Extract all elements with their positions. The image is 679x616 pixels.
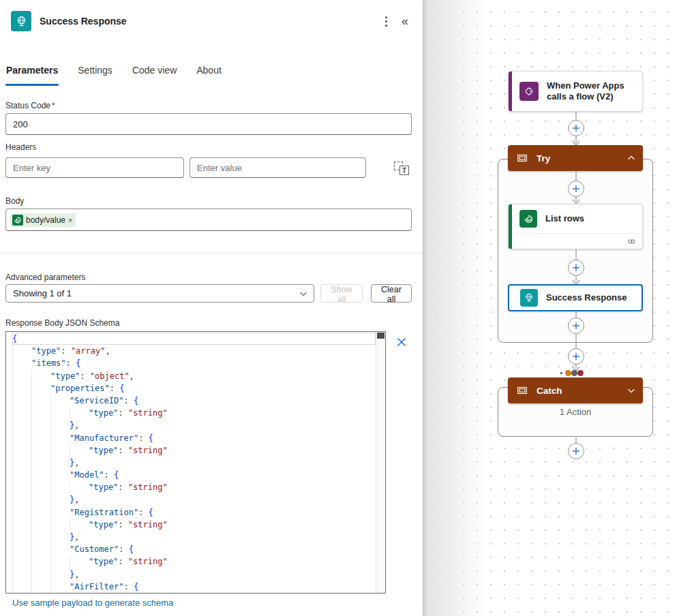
trigger-stripe — [509, 72, 512, 111]
code-line[interactable]: "properties": { — [12, 382, 376, 395]
body-value-token[interactable]: body/value × — [10, 213, 76, 227]
code-line[interactable]: "type": "string" — [12, 444, 376, 457]
switch-to-text-mode-button[interactable]: T — [394, 161, 409, 175]
connection-link-icon[interactable] — [627, 236, 637, 247]
code-line[interactable]: "type": "object", — [12, 370, 376, 382]
panel-tabs: Parameters Settings Code view About — [5, 60, 222, 80]
action-config-panel: Success Response « Parameters Settings C… — [0, 0, 423, 616]
insert-action-button[interactable] — [568, 348, 584, 365]
token-label: body/value — [26, 215, 65, 225]
trigger-node[interactable]: When Power Apps calls a flow (V2) — [508, 71, 643, 112]
insert-action-button[interactable] — [568, 443, 584, 459]
response-action-icon — [520, 289, 538, 307]
insert-action-button[interactable] — [568, 120, 584, 136]
run-after-dot-skipped — [571, 370, 577, 376]
body-label: Body — [5, 196, 24, 206]
insert-action-button[interactable] — [568, 260, 584, 276]
list-rows-node[interactable]: List rows — [508, 204, 643, 249]
chevron-down-icon[interactable] — [627, 386, 636, 395]
tab-parameters[interactable]: Parameters — [5, 60, 59, 80]
code-line[interactable]: "AirFilter": { — [12, 581, 376, 593]
editor-scrollbar-thumb[interactable] — [377, 333, 384, 339]
schema-editor[interactable]: {"type": "array","items": {"type": "obje… — [5, 331, 386, 594]
code-line[interactable]: "Customer": { — [12, 543, 376, 555]
remove-token-icon[interactable]: × — [68, 216, 72, 224]
code-line[interactable]: }, — [12, 568, 376, 581]
trigger-title: When Power Apps calls a flow (V2) — [547, 80, 631, 102]
panel-header: Success Response « — [11, 10, 414, 32]
code-line[interactable]: "ServiceID": { — [12, 395, 376, 407]
status-code-input[interactable] — [5, 113, 412, 135]
code-line[interactable]: }, — [12, 493, 376, 506]
list-rows-stripe — [509, 204, 512, 249]
success-response-title: Success Response — [546, 292, 627, 303]
chevron-down-icon — [299, 289, 308, 298]
insert-action-button[interactable] — [568, 318, 584, 334]
collapse-panel-button[interactable]: « — [395, 12, 414, 31]
schema-label: Response Body JSON Schema — [5, 318, 119, 328]
code-line[interactable]: "Manufacturer": { — [12, 432, 376, 444]
scope-icon — [516, 152, 528, 164]
double-chevron-left-icon: « — [402, 15, 408, 27]
editor-scrollbar[interactable] — [376, 332, 385, 593]
dataverse-icon — [12, 215, 23, 226]
response-action-icon — [11, 11, 31, 31]
header-value-input[interactable] — [190, 157, 366, 178]
code-line[interactable]: "type": "string" — [12, 481, 376, 493]
list-rows-title: List rows — [545, 213, 584, 224]
code-line[interactable]: "items": { — [12, 357, 376, 369]
code-line[interactable]: "type": "string" — [12, 555, 376, 568]
code-line[interactable]: "Model": { — [12, 469, 376, 481]
catch-scope-title: Catch — [537, 386, 627, 396]
tab-code-view[interactable]: Code view — [132, 60, 177, 80]
code-line[interactable]: { — [12, 333, 376, 345]
tab-settings[interactable]: Settings — [77, 60, 113, 80]
run-after-mini-dot — [560, 372, 562, 374]
section-divider — [0, 253, 423, 253]
advanced-parameters-label: Advanced parameters — [5, 273, 85, 282]
required-asterisk: * — [52, 101, 55, 110]
clear-all-button[interactable]: Clear all — [371, 284, 412, 303]
list-rows-subrow — [509, 233, 642, 249]
header-key-input[interactable] — [5, 157, 184, 178]
try-scope-header[interactable]: Try — [508, 145, 643, 171]
more-options-button[interactable] — [376, 12, 395, 31]
dropdown-value: Showing 1 of 1 — [13, 288, 72, 298]
run-after-status-dots — [560, 370, 584, 376]
globe-icon — [15, 15, 28, 28]
advanced-parameters-dropdown[interactable]: Showing 1 of 1 — [5, 284, 314, 303]
insert-action-button[interactable] — [568, 181, 584, 197]
headers-label: Headers — [5, 142, 36, 152]
clear-schema-button[interactable] — [395, 336, 408, 350]
code-line[interactable]: "type": "string" — [12, 519, 376, 531]
code-line[interactable]: "type": "string" — [12, 407, 376, 419]
close-x-icon — [396, 337, 407, 348]
code-line[interactable]: }, — [12, 419, 376, 431]
app: Success Response « Parameters Settings C… — [0, 0, 679, 616]
panel-title: Success Response — [40, 16, 376, 27]
power-apps-icon — [519, 82, 539, 101]
tab-about[interactable]: About — [196, 60, 222, 80]
schema-code[interactable]: {"type": "array","items": {"type": "obje… — [6, 333, 376, 593]
flow-canvas[interactable]: When Power Apps calls a flow (V2) Try — [423, 0, 679, 616]
code-line[interactable]: }, — [12, 531, 376, 543]
show-all-button[interactable]: Show all — [320, 284, 363, 303]
status-code-label: Status Code* — [5, 101, 55, 110]
catch-action-count: 1 Action — [498, 407, 653, 417]
try-scope-title: Try — [537, 153, 627, 164]
scope-icon — [516, 384, 528, 397]
success-response-node[interactable]: Success Response — [508, 284, 643, 311]
catch-scope-header[interactable]: Catch — [508, 378, 643, 403]
more-vertical-icon — [385, 16, 387, 27]
body-input[interactable]: body/value × — [5, 209, 412, 231]
use-sample-payload-link[interactable]: Use sample payload to generate schema — [12, 598, 173, 608]
code-line[interactable]: }, — [12, 457, 376, 469]
run-after-dot-failed — [565, 370, 571, 376]
run-after-dot-timedout — [577, 370, 584, 376]
code-line[interactable]: "Registration": { — [12, 506, 376, 519]
dataverse-icon — [519, 210, 537, 228]
chevron-up-icon[interactable] — [627, 153, 636, 163]
code-line[interactable]: "type": "array", — [12, 345, 376, 357]
